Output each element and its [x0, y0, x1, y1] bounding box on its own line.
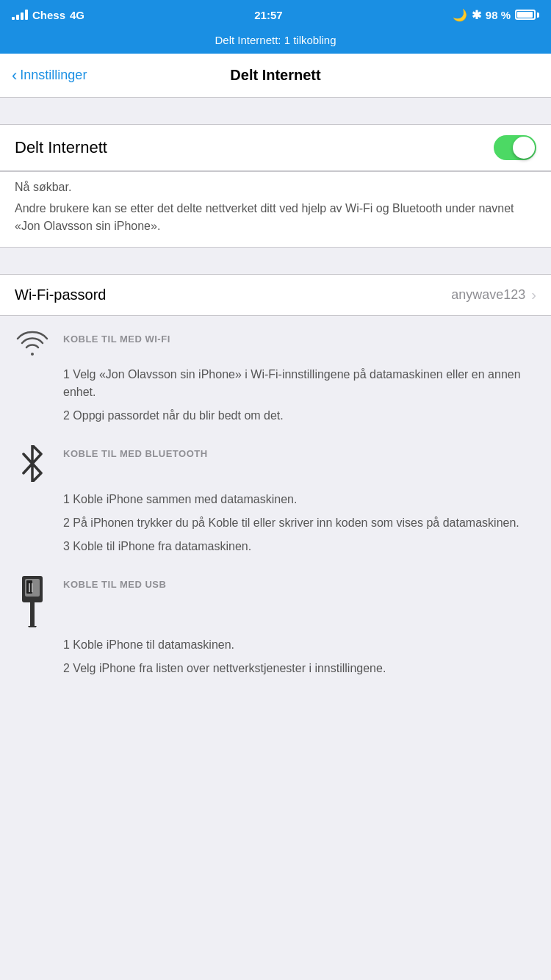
- wifi-instruction-header: KOBLE TIL MED WI-FI: [15, 331, 536, 357]
- back-button[interactable]: ‹ Innstillinger: [12, 68, 87, 84]
- discoverable-text: Nå søkbar.: [15, 181, 536, 194]
- usb-instruction-header: KOBLE TIL MED USB: [15, 576, 536, 627]
- section-spacer-1: [0, 248, 551, 274]
- signal-icon: [12, 10, 28, 20]
- wifi-password-right: anywave123 ›: [451, 287, 536, 303]
- instructions-section: KOBLE TIL MED WI-FI 1 Velg «Jon Olavsson…: [0, 316, 551, 677]
- status-time: 21:57: [254, 9, 282, 21]
- bluetooth-icon: [15, 445, 50, 482]
- bluetooth-instruction-block: KOBLE TIL MED BLUETOOTH 1 Koble iPhone s…: [15, 445, 536, 555]
- bluetooth-instruction-header: KOBLE TIL MED BLUETOOTH: [15, 445, 536, 482]
- wifi-password-label: Wi-Fi-passord: [15, 287, 106, 303]
- back-label: Innstillinger: [20, 68, 87, 83]
- carrier-label: Chess: [32, 9, 65, 21]
- usb-instruction-title: KOBLE TIL MED USB: [63, 576, 166, 590]
- hotspot-toggle-label: Delt Internett: [15, 138, 107, 157]
- description-text: Andre brukere kan se etter det delte net…: [15, 200, 536, 235]
- svg-marker-4: [28, 626, 37, 627]
- chevron-right-icon: ›: [531, 287, 536, 303]
- usb-steps: 1 Koble iPhone til datamaskinen. 2 Velg …: [15, 636, 536, 677]
- bluetooth-step-2: 2 På iPhonen trykker du på Koble til ell…: [63, 514, 536, 532]
- wifi-instruction-title: KOBLE TIL MED WI-FI: [63, 331, 170, 345]
- hotspot-toggle-row: Delt Internett: [0, 124, 551, 171]
- wifi-step-1: 1 Velg «Jon Olavsson sin iPhone» i Wi-Fi…: [63, 366, 536, 401]
- usb-instruction-block: KOBLE TIL MED USB 1 Koble iPhone til dat…: [15, 576, 536, 677]
- status-left: Chess 4G: [12, 9, 84, 21]
- bluetooth-steps: 1 Koble iPhone sammen med datamaskinen. …: [15, 491, 536, 555]
- wifi-password-value: anywave123: [451, 287, 525, 303]
- svg-rect-3: [30, 602, 35, 627]
- battery-percent: 98 %: [486, 9, 511, 21]
- back-chevron-icon: ‹: [12, 68, 17, 84]
- hotspot-toggle-switch[interactable]: [494, 135, 536, 160]
- status-right: 🌙 ✱ 98 %: [453, 8, 539, 22]
- hotspot-banner: Delt Internett: 1 tilkobling: [0, 29, 551, 54]
- hotspot-banner-text: Delt Internett: 1 tilkobling: [215, 34, 336, 46]
- bluetooth-step-3: 3 Koble til iPhone fra datamaskinen.: [63, 538, 536, 555]
- usb-step-2: 2 Velg iPhone fra listen over nettverkst…: [63, 660, 536, 677]
- page-title: Delt Internett: [230, 67, 320, 84]
- network-type: 4G: [70, 9, 84, 21]
- usb-step-1: 1 Koble iPhone til datamaskinen.: [63, 636, 536, 654]
- info-section: Nå søkbar. Andre brukere kan se etter de…: [0, 171, 551, 248]
- wifi-instruction-block: KOBLE TIL MED WI-FI 1 Velg «Jon Olavsson…: [15, 331, 536, 425]
- usb-icon: [15, 576, 50, 627]
- status-bar: Chess 4G 21:57 🌙 ✱ 98 %: [0, 0, 551, 29]
- bluetooth-step-1: 1 Koble iPhone sammen med datamaskinen.: [63, 491, 536, 508]
- wifi-steps: 1 Velg «Jon Olavsson sin iPhone» i Wi-Fi…: [15, 366, 536, 425]
- bluetooth-instruction-title: KOBLE TIL MED BLUETOOTH: [63, 445, 208, 459]
- top-spacer: [0, 98, 551, 124]
- battery-icon: [515, 10, 539, 20]
- wifi-step-2: 2 Oppgi passordet når du blir bedt om de…: [63, 407, 536, 425]
- moon-icon: 🌙: [453, 8, 467, 22]
- toggle-knob: [513, 137, 535, 159]
- wifi-password-row[interactable]: Wi-Fi-passord anywave123 ›: [0, 274, 551, 316]
- bluetooth-icon: ✱: [472, 8, 481, 22]
- wifi-icon: [15, 331, 50, 357]
- nav-bar: ‹ Innstillinger Delt Internett: [0, 54, 551, 98]
